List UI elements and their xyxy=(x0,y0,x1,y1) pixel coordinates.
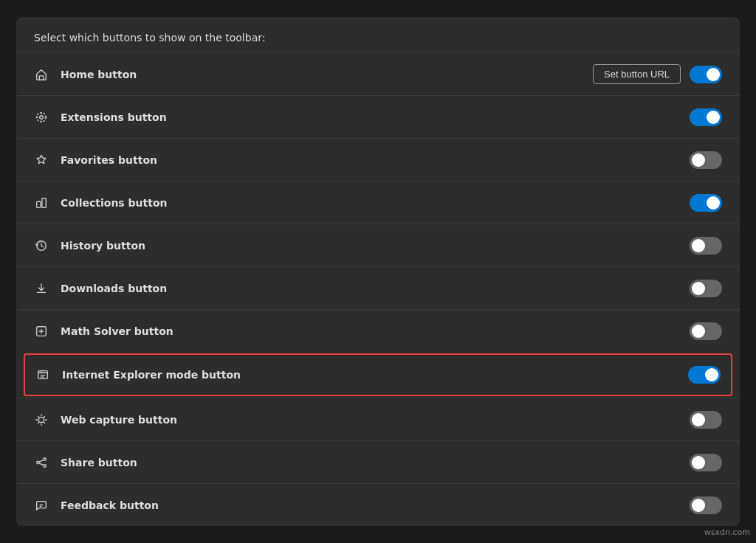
svg-point-12 xyxy=(37,461,40,464)
toolbar-row-extensions: Extensions button xyxy=(16,95,740,138)
toolbar-row-share: Share button xyxy=(16,440,740,483)
extensions-toggle-thumb xyxy=(707,111,720,124)
toolbar-row-favorites: Favorites button xyxy=(16,138,740,181)
history-label: History button xyxy=(61,240,690,252)
favorites-toggle[interactable] xyxy=(690,151,722,169)
toolbar-row-webcapture: Web capture button xyxy=(16,398,740,440)
svg-point-10 xyxy=(44,457,47,460)
home-icon xyxy=(34,67,49,82)
favorites-icon xyxy=(34,153,49,167)
svg-rect-3 xyxy=(42,198,46,207)
iemode-toggle-thumb xyxy=(705,368,718,381)
favorites-actions xyxy=(690,151,722,169)
section-title: Select which buttons to show on the tool… xyxy=(16,17,740,52)
mathsolver-toggle[interactable] xyxy=(690,322,722,340)
mathsolver-icon xyxy=(34,324,49,339)
collections-toggle-thumb xyxy=(707,196,720,210)
favorites-toggle-thumb xyxy=(692,153,705,167)
home-label: Home button xyxy=(61,69,593,80)
extensions-icon xyxy=(34,110,49,125)
home-actions: Set button URL xyxy=(593,64,722,84)
extensions-label: Extensions button xyxy=(61,111,690,123)
mathsolver-toggle-thumb xyxy=(692,325,705,338)
downloads-toggle-thumb xyxy=(692,282,705,295)
home-set-url-button[interactable]: Set button URL xyxy=(593,64,681,84)
toolbar-row-history: History button xyxy=(16,224,740,266)
feedback-toggle[interactable] xyxy=(690,497,722,514)
share-toggle-thumb xyxy=(692,456,705,469)
home-toggle[interactable] xyxy=(690,66,722,83)
svg-point-11 xyxy=(44,464,47,467)
toolbar-row-feedback: Feedback button xyxy=(16,483,740,526)
history-toggle-thumb xyxy=(692,239,705,252)
svg-point-8 xyxy=(41,371,42,372)
feedback-actions xyxy=(690,497,722,514)
settings-panel: Select which buttons to show on the tool… xyxy=(16,17,740,526)
feedback-toggle-thumb xyxy=(692,499,705,512)
mathsolver-label: Math Solver button xyxy=(61,325,690,337)
collections-icon xyxy=(34,196,49,210)
mathsolver-actions xyxy=(690,322,722,340)
webcapture-label: Web capture button xyxy=(61,414,690,426)
home-toggle-thumb xyxy=(707,68,720,81)
svg-point-1 xyxy=(40,115,44,119)
downloads-label: Downloads button xyxy=(61,283,690,294)
share-label: Share button xyxy=(61,457,690,468)
svg-point-0 xyxy=(37,112,47,122)
feedback-label: Feedback button xyxy=(61,499,690,511)
svg-point-9 xyxy=(38,417,44,422)
collections-actions xyxy=(690,194,722,212)
share-icon xyxy=(34,455,49,470)
svg-point-7 xyxy=(40,371,41,372)
history-actions xyxy=(690,237,722,255)
share-actions xyxy=(690,454,722,471)
toolbar-row-collections: Collections button xyxy=(16,181,740,224)
webcapture-icon xyxy=(34,412,49,427)
watermark: wsxdn.com xyxy=(704,528,750,537)
share-toggle[interactable] xyxy=(690,454,722,471)
extensions-toggle[interactable] xyxy=(690,108,722,126)
toolbar-row-downloads: Downloads button xyxy=(16,266,740,309)
toolbar-row-mathsolver: Math Solver button xyxy=(16,309,740,352)
collections-label: Collections button xyxy=(61,197,690,209)
iemode-toggle[interactable] xyxy=(688,366,721,384)
webcapture-toggle-thumb xyxy=(692,413,705,426)
iemode-actions xyxy=(688,366,721,384)
iemode-icon xyxy=(35,367,50,382)
feedback-icon xyxy=(34,498,49,513)
history-toggle[interactable] xyxy=(690,237,722,255)
webcapture-actions xyxy=(690,411,722,429)
toolbar-row-home: Home buttonSet button URL xyxy=(16,52,740,95)
favorites-label: Favorites button xyxy=(61,154,690,166)
toolbar-row-iemode: Internet Explorer mode button xyxy=(24,353,732,396)
webcapture-toggle[interactable] xyxy=(690,411,722,429)
iemode-label: Internet Explorer mode button xyxy=(62,369,688,381)
history-icon xyxy=(34,238,49,253)
extensions-actions xyxy=(690,108,722,126)
downloads-icon xyxy=(34,281,49,296)
downloads-actions xyxy=(690,280,722,297)
svg-rect-2 xyxy=(37,201,41,207)
collections-toggle[interactable] xyxy=(690,194,722,212)
downloads-toggle[interactable] xyxy=(690,280,722,297)
